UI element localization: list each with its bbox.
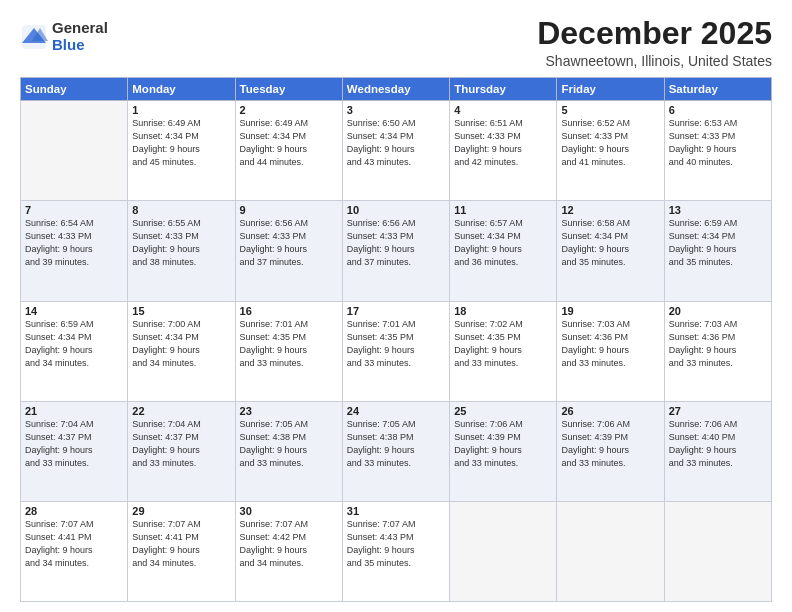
- page: General Blue December 2025 Shawneetown, …: [0, 0, 792, 612]
- day-number: 21: [25, 405, 123, 417]
- day-info: Sunrise: 6:59 AMSunset: 4:34 PMDaylight:…: [669, 217, 767, 269]
- day-info: Sunrise: 6:53 AMSunset: 4:33 PMDaylight:…: [669, 117, 767, 169]
- day-info: Sunrise: 7:04 AMSunset: 4:37 PMDaylight:…: [132, 418, 230, 470]
- day-number: 4: [454, 104, 552, 116]
- day-number: 14: [25, 305, 123, 317]
- day-number: 19: [561, 305, 659, 317]
- day-info: Sunrise: 6:50 AMSunset: 4:34 PMDaylight:…: [347, 117, 445, 169]
- logo-blue: Blue: [52, 37, 108, 54]
- day-info: Sunrise: 6:56 AMSunset: 4:33 PMDaylight:…: [347, 217, 445, 269]
- col-monday: Monday: [128, 78, 235, 101]
- table-row: [557, 501, 664, 601]
- day-info: Sunrise: 7:05 AMSunset: 4:38 PMDaylight:…: [347, 418, 445, 470]
- day-number: 17: [347, 305, 445, 317]
- day-number: 10: [347, 204, 445, 216]
- table-row: 9Sunrise: 6:56 AMSunset: 4:33 PMDaylight…: [235, 201, 342, 301]
- calendar-row: 1Sunrise: 6:49 AMSunset: 4:34 PMDaylight…: [21, 101, 772, 201]
- calendar: Sunday Monday Tuesday Wednesday Thursday…: [20, 77, 772, 602]
- day-info: Sunrise: 7:07 AMSunset: 4:43 PMDaylight:…: [347, 518, 445, 570]
- logo-general: General: [52, 20, 108, 37]
- day-info: Sunrise: 7:04 AMSunset: 4:37 PMDaylight:…: [25, 418, 123, 470]
- day-number: 23: [240, 405, 338, 417]
- day-number: 18: [454, 305, 552, 317]
- table-row: 6Sunrise: 6:53 AMSunset: 4:33 PMDaylight…: [664, 101, 771, 201]
- day-number: 25: [454, 405, 552, 417]
- day-info: Sunrise: 6:57 AMSunset: 4:34 PMDaylight:…: [454, 217, 552, 269]
- table-row: 31Sunrise: 7:07 AMSunset: 4:43 PMDayligh…: [342, 501, 449, 601]
- col-wednesday: Wednesday: [342, 78, 449, 101]
- logo-text: General Blue: [52, 20, 108, 53]
- day-number: 2: [240, 104, 338, 116]
- day-info: Sunrise: 7:01 AMSunset: 4:35 PMDaylight:…: [240, 318, 338, 370]
- table-row: 16Sunrise: 7:01 AMSunset: 4:35 PMDayligh…: [235, 301, 342, 401]
- col-sunday: Sunday: [21, 78, 128, 101]
- calendar-row: 21Sunrise: 7:04 AMSunset: 4:37 PMDayligh…: [21, 401, 772, 501]
- header: General Blue December 2025 Shawneetown, …: [20, 16, 772, 69]
- day-number: 5: [561, 104, 659, 116]
- table-row: [664, 501, 771, 601]
- table-row: 14Sunrise: 6:59 AMSunset: 4:34 PMDayligh…: [21, 301, 128, 401]
- day-info: Sunrise: 7:07 AMSunset: 4:41 PMDaylight:…: [25, 518, 123, 570]
- day-info: Sunrise: 6:58 AMSunset: 4:34 PMDaylight:…: [561, 217, 659, 269]
- col-friday: Friday: [557, 78, 664, 101]
- day-info: Sunrise: 7:07 AMSunset: 4:41 PMDaylight:…: [132, 518, 230, 570]
- table-row: 27Sunrise: 7:06 AMSunset: 4:40 PMDayligh…: [664, 401, 771, 501]
- day-info: Sunrise: 7:06 AMSunset: 4:40 PMDaylight:…: [669, 418, 767, 470]
- table-row: 12Sunrise: 6:58 AMSunset: 4:34 PMDayligh…: [557, 201, 664, 301]
- day-number: 7: [25, 204, 123, 216]
- day-info: Sunrise: 6:49 AMSunset: 4:34 PMDaylight:…: [132, 117, 230, 169]
- calendar-row: 7Sunrise: 6:54 AMSunset: 4:33 PMDaylight…: [21, 201, 772, 301]
- day-number: 15: [132, 305, 230, 317]
- table-row: 24Sunrise: 7:05 AMSunset: 4:38 PMDayligh…: [342, 401, 449, 501]
- day-number: 6: [669, 104, 767, 116]
- calendar-row: 28Sunrise: 7:07 AMSunset: 4:41 PMDayligh…: [21, 501, 772, 601]
- table-row: 7Sunrise: 6:54 AMSunset: 4:33 PMDaylight…: [21, 201, 128, 301]
- table-row: 26Sunrise: 7:06 AMSunset: 4:39 PMDayligh…: [557, 401, 664, 501]
- table-row: 1Sunrise: 6:49 AMSunset: 4:34 PMDaylight…: [128, 101, 235, 201]
- table-row: 13Sunrise: 6:59 AMSunset: 4:34 PMDayligh…: [664, 201, 771, 301]
- day-number: 11: [454, 204, 552, 216]
- title-block: December 2025 Shawneetown, Illinois, Uni…: [537, 16, 772, 69]
- table-row: 30Sunrise: 7:07 AMSunset: 4:42 PMDayligh…: [235, 501, 342, 601]
- day-info: Sunrise: 6:51 AMSunset: 4:33 PMDaylight:…: [454, 117, 552, 169]
- day-number: 29: [132, 505, 230, 517]
- month-title: December 2025: [537, 16, 772, 51]
- table-row: 21Sunrise: 7:04 AMSunset: 4:37 PMDayligh…: [21, 401, 128, 501]
- col-tuesday: Tuesday: [235, 78, 342, 101]
- day-info: Sunrise: 6:59 AMSunset: 4:34 PMDaylight:…: [25, 318, 123, 370]
- table-row: 11Sunrise: 6:57 AMSunset: 4:34 PMDayligh…: [450, 201, 557, 301]
- table-row: 5Sunrise: 6:52 AMSunset: 4:33 PMDaylight…: [557, 101, 664, 201]
- day-number: 22: [132, 405, 230, 417]
- day-number: 12: [561, 204, 659, 216]
- day-info: Sunrise: 6:56 AMSunset: 4:33 PMDaylight:…: [240, 217, 338, 269]
- calendar-header-row: Sunday Monday Tuesday Wednesday Thursday…: [21, 78, 772, 101]
- day-info: Sunrise: 6:55 AMSunset: 4:33 PMDaylight:…: [132, 217, 230, 269]
- day-info: Sunrise: 6:52 AMSunset: 4:33 PMDaylight:…: [561, 117, 659, 169]
- table-row: 20Sunrise: 7:03 AMSunset: 4:36 PMDayligh…: [664, 301, 771, 401]
- day-number: 3: [347, 104, 445, 116]
- day-info: Sunrise: 7:01 AMSunset: 4:35 PMDaylight:…: [347, 318, 445, 370]
- table-row: 29Sunrise: 7:07 AMSunset: 4:41 PMDayligh…: [128, 501, 235, 601]
- day-info: Sunrise: 7:07 AMSunset: 4:42 PMDaylight:…: [240, 518, 338, 570]
- table-row: 4Sunrise: 6:51 AMSunset: 4:33 PMDaylight…: [450, 101, 557, 201]
- day-number: 26: [561, 405, 659, 417]
- col-saturday: Saturday: [664, 78, 771, 101]
- table-row: 25Sunrise: 7:06 AMSunset: 4:39 PMDayligh…: [450, 401, 557, 501]
- day-number: 16: [240, 305, 338, 317]
- table-row: [21, 101, 128, 201]
- day-info: Sunrise: 7:03 AMSunset: 4:36 PMDaylight:…: [561, 318, 659, 370]
- day-info: Sunrise: 7:05 AMSunset: 4:38 PMDaylight:…: [240, 418, 338, 470]
- day-number: 1: [132, 104, 230, 116]
- table-row: 22Sunrise: 7:04 AMSunset: 4:37 PMDayligh…: [128, 401, 235, 501]
- table-row: 15Sunrise: 7:00 AMSunset: 4:34 PMDayligh…: [128, 301, 235, 401]
- day-number: 28: [25, 505, 123, 517]
- table-row: 2Sunrise: 6:49 AMSunset: 4:34 PMDaylight…: [235, 101, 342, 201]
- table-row: 10Sunrise: 6:56 AMSunset: 4:33 PMDayligh…: [342, 201, 449, 301]
- logo-icon: [20, 23, 48, 51]
- table-row: 3Sunrise: 6:50 AMSunset: 4:34 PMDaylight…: [342, 101, 449, 201]
- day-info: Sunrise: 7:00 AMSunset: 4:34 PMDaylight:…: [132, 318, 230, 370]
- day-number: 27: [669, 405, 767, 417]
- day-info: Sunrise: 7:03 AMSunset: 4:36 PMDaylight:…: [669, 318, 767, 370]
- day-number: 30: [240, 505, 338, 517]
- location-title: Shawneetown, Illinois, United States: [537, 53, 772, 69]
